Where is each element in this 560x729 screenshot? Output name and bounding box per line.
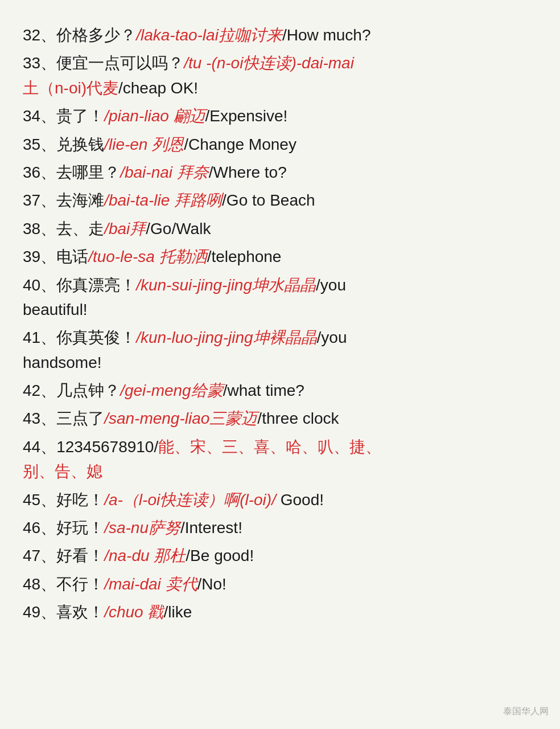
entry-39-romanization: /tuo-le-sa 托勒洒 [88, 248, 207, 265]
entry-40-english: /you [316, 276, 346, 294]
entry-33-number: 33、便宜一点可以吗？ [23, 54, 184, 72]
entry-42-romanization: /gei-meng给蒙 [120, 382, 223, 399]
entry-34-english: /Expensive! [205, 107, 288, 125]
entry-38: 38、去、走/bai拜/Go/Walk [23, 216, 537, 241]
entry-47-romanization: /na-du 那杜 [104, 547, 186, 564]
entry-40-number: 40、你真漂亮！ [23, 276, 136, 294]
entry-41-romanization: /kun-luo-jing-jing坤裸晶晶 [136, 329, 316, 346]
entry-36-romanization: /bai-nai 拜奈 [120, 163, 209, 181]
entry-45-english: Good! [276, 491, 324, 509]
entry-37: 37、去海滩/bai-ta-lie 拜路咧/Go to Beach [23, 188, 537, 212]
entry-45-romanization: /a-（l-oi快连读）啊(l-oi)/ [104, 491, 276, 509]
entry-48: 48、不行！/mai-dai 卖代/No! [23, 572, 537, 596]
entry-48-english: /No! [197, 575, 227, 593]
content-area: 32、价格多少？/laka-tao-lai拉咖讨来/How much? 33、便… [23, 23, 537, 625]
entry-49: 49、喜欢！/chuo 戳/like [23, 600, 537, 624]
entry-33-romanization: /tu -(n-oi快连读)-dai-mai [184, 54, 354, 72]
entry-44-romanization2: 别、告、媳 [23, 462, 102, 480]
entry-37-romanization: /bai-ta-lie 拜路咧 [104, 191, 222, 209]
entry-35-number: 35、兑换钱 [23, 136, 104, 153]
entry-47-number: 47、好看！ [23, 547, 104, 564]
entry-41: 41、你真英俊！/kun-luo-jing-jing坤裸晶晶/you hands… [23, 325, 537, 375]
entry-32-english: /How much? [282, 26, 371, 44]
entry-39-english: /telephone [207, 248, 282, 265]
entry-44: 44、12345678910/能、宋、三、喜、哈、叭、捷、 别、告、媳 [23, 435, 537, 484]
entry-34-number: 34、贵了！ [23, 107, 104, 125]
entry-46-number: 46、好玩！ [23, 519, 104, 536]
entry-46-romanization: /sa-nu萨努 [104, 519, 180, 536]
entry-45-number: 45、好吃！ [23, 491, 104, 509]
entry-39: 39、电话/tuo-le-sa 托勒洒/telephone [23, 244, 537, 269]
entry-33: 33、便宜一点可以吗？/tu -(n-oi快连读)-dai-mai 土（n-oi… [23, 51, 537, 100]
entry-43-english: /three clock [257, 409, 339, 427]
entry-37-english: /Go to Beach [222, 191, 315, 209]
entry-32-number: 32、价格多少？ [23, 26, 136, 44]
entry-39-number: 39、电话 [23, 248, 88, 265]
entry-43: 43、三点了/san-meng-liao三蒙迈/three clock [23, 406, 537, 431]
entry-40-romanization: /kun-sui-jing-jing坤水晶晶 [136, 276, 316, 294]
entry-45: 45、好吃！/a-（l-oi快连读）啊(l-oi)/ Good! [23, 488, 537, 512]
entry-35: 35、兑换钱/lie-en 列恩/Change Money [23, 132, 537, 157]
entry-41-english2: handsome! [23, 354, 102, 371]
entry-35-romanization: /lie-en 列恩 [104, 136, 184, 153]
entry-33-romanization2: 土（n-oi)代麦 [23, 79, 118, 97]
entry-43-romanization: /san-meng-liao三蒙迈 [104, 409, 257, 427]
entry-36: 36、去哪里？/bai-nai 拜奈/Where to? [23, 160, 537, 185]
entry-43-number: 43、三点了 [23, 409, 104, 427]
entry-33-english: /cheap OK! [118, 79, 198, 97]
entry-46-english: /Interest! [180, 519, 242, 536]
entry-41-english: /you [317, 329, 347, 346]
entry-49-romanization: /chuo 戳 [104, 603, 163, 621]
entry-46: 46、好玩！/sa-nu萨努/Interest! [23, 515, 537, 540]
entry-34: 34、贵了！/pian-liao 翩迈/Expensive! [23, 104, 537, 128]
entry-32: 32、价格多少？/laka-tao-lai拉咖讨来/How much? [23, 23, 537, 47]
entry-47: 47、好看！/na-du 那杜/Be good! [23, 543, 537, 568]
entry-36-number: 36、去哪里？ [23, 163, 120, 181]
entry-35-english: /Change Money [184, 136, 297, 153]
entry-48-number: 48、不行！ [23, 575, 104, 593]
entry-42-english: /what time? [223, 382, 304, 399]
entry-38-english: /Go/Walk [146, 220, 211, 237]
entry-38-number: 38、去、走 [23, 220, 104, 237]
entry-36-english: /Where to? [209, 163, 287, 181]
entry-42-number: 42、几点钟？ [23, 382, 120, 399]
entry-32-romanization: /laka-tao-lai拉咖讨来 [136, 26, 282, 44]
entry-38-romanization: /bai拜 [104, 220, 146, 237]
entry-37-number: 37、去海滩 [23, 191, 104, 209]
entry-44-number: 44、12345678910/ [23, 438, 158, 456]
entry-49-number: 49、喜欢！ [23, 603, 104, 621]
entry-49-english: /like [163, 603, 192, 621]
entry-40: 40、你真漂亮！/kun-sui-jing-jing坤水晶晶/you beaut… [23, 273, 537, 322]
entry-44-romanization: 能、宋、三、喜、哈、叭、捷、 [158, 438, 381, 456]
entry-47-english: /Be good! [186, 547, 254, 564]
watermark: 泰国华人网 [503, 706, 549, 718]
entry-40-english2: beautiful! [23, 301, 88, 318]
entry-42: 42、几点钟？/gei-meng给蒙/what time? [23, 378, 537, 403]
entry-41-number: 41、你真英俊！ [23, 329, 136, 346]
entry-34-romanization: /pian-liao 翩迈 [104, 107, 205, 125]
entry-48-romanization: /mai-dai 卖代 [104, 575, 197, 593]
